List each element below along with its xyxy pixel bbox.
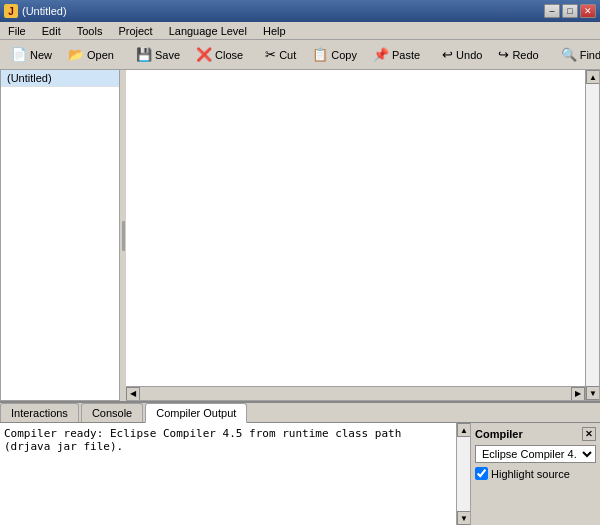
copy-button[interactable]: 📋 Copy — [305, 43, 364, 67]
scroll-up-arrow[interactable]: ▲ — [586, 70, 600, 84]
menu-help[interactable]: Help — [259, 24, 290, 38]
menu-tools[interactable]: Tools — [73, 24, 107, 38]
open-label: Open — [87, 49, 114, 61]
bottom-panel: Interactions Console Compiler Output Com… — [0, 401, 600, 525]
compiler-select[interactable]: Eclipse Compiler 4.5 Eclipse Compiler 4.… — [475, 445, 596, 463]
highlight-source-label: Highlight source — [491, 468, 570, 480]
editor-scrollbar-vertical[interactable]: ▲ ▼ — [585, 70, 599, 400]
scroll-track-v — [586, 84, 599, 386]
save-button[interactable]: 💾 Save — [129, 43, 187, 67]
menu-bar: File Edit Tools Project Language Level H… — [0, 22, 600, 40]
find-label: Find — [580, 49, 600, 61]
compiler-close-button[interactable]: ✕ — [582, 427, 596, 441]
menu-edit[interactable]: Edit — [38, 24, 65, 38]
find-icon: 🔍 — [561, 47, 577, 62]
bottom-tab-bar: Interactions Console Compiler Output — [0, 403, 600, 423]
close-file-button[interactable]: ❌ Close — [189, 43, 250, 67]
close-icon: ❌ — [196, 47, 212, 62]
cut-icon: ✂ — [265, 47, 276, 62]
console-scroll-track — [457, 437, 470, 511]
redo-icon: ↪ — [498, 47, 509, 62]
editor-scrollbar-horizontal[interactable]: ◀ ▶ — [126, 386, 585, 400]
highlight-source-checkbox[interactable] — [475, 467, 488, 480]
toolbar: 📄 New 📂 Open 💾 Save ❌ Close ✂ Cut 📋 Copy… — [0, 40, 600, 70]
main-area: (Untitled) ▲ ▼ ◀ ▶ — [0, 70, 600, 401]
maximize-button[interactable]: □ — [562, 4, 578, 18]
console-scroll-up[interactable]: ▲ — [457, 423, 471, 437]
new-label: New — [30, 49, 52, 61]
app-icon: J — [4, 4, 18, 18]
console-text: Compiler ready: Eclipse Compiler 4.5 fro… — [4, 427, 401, 453]
redo-button[interactable]: ↪ Redo — [491, 43, 545, 67]
paste-button[interactable]: 📌 Paste — [366, 43, 427, 67]
cut-label: Cut — [279, 49, 296, 61]
menu-project[interactable]: Project — [114, 24, 156, 38]
tab-compiler-output[interactable]: Compiler Output — [145, 403, 247, 423]
open-icon: 📂 — [68, 47, 84, 62]
file-panel: (Untitled) — [0, 70, 120, 401]
open-button[interactable]: 📂 Open — [61, 43, 121, 67]
scroll-right-arrow[interactable]: ▶ — [571, 387, 585, 401]
console-scrollbar[interactable]: ▲ ▼ — [456, 423, 470, 525]
new-button[interactable]: 📄 New — [4, 43, 59, 67]
find-button[interactable]: 🔍 Find — [554, 43, 600, 67]
title-bar: J (Untitled) – □ ✕ — [0, 0, 600, 22]
new-icon: 📄 — [11, 47, 27, 62]
paste-label: Paste — [392, 49, 420, 61]
undo-label: Undo — [456, 49, 482, 61]
file-panel-item[interactable]: (Untitled) — [1, 70, 119, 87]
cut-button[interactable]: ✂ Cut — [258, 43, 303, 67]
highlight-source-row: Highlight source — [475, 467, 596, 480]
close-label: Close — [215, 49, 243, 61]
save-label: Save — [155, 49, 180, 61]
tab-interactions[interactable]: Interactions — [0, 403, 79, 422]
editor-area[interactable]: ▲ ▼ ◀ ▶ — [126, 70, 600, 401]
compiler-panel: Compiler ✕ Eclipse Compiler 4.5 Eclipse … — [470, 423, 600, 525]
bottom-content: Compiler ready: Eclipse Compiler 4.5 fro… — [0, 423, 600, 525]
console-scroll-down[interactable]: ▼ — [457, 511, 471, 525]
resize-indicator — [122, 221, 125, 251]
paste-icon: 📌 — [373, 47, 389, 62]
compiler-title: Compiler — [475, 428, 523, 440]
redo-label: Redo — [512, 49, 538, 61]
window-controls: – □ ✕ — [544, 4, 596, 18]
menu-file[interactable]: File — [4, 24, 30, 38]
save-icon: 💾 — [136, 47, 152, 62]
window-title: (Untitled) — [22, 5, 67, 17]
undo-button[interactable]: ↩ Undo — [435, 43, 489, 67]
menu-language-level[interactable]: Language Level — [165, 24, 251, 38]
scroll-left-arrow[interactable]: ◀ — [126, 387, 140, 401]
scroll-down-arrow[interactable]: ▼ — [586, 386, 600, 400]
copy-icon: 📋 — [312, 47, 328, 62]
console-output: Compiler ready: Eclipse Compiler 4.5 fro… — [0, 423, 456, 525]
tab-console[interactable]: Console — [81, 403, 143, 422]
copy-label: Copy — [331, 49, 357, 61]
close-button[interactable]: ✕ — [580, 4, 596, 18]
undo-icon: ↩ — [442, 47, 453, 62]
minimize-button[interactable]: – — [544, 4, 560, 18]
